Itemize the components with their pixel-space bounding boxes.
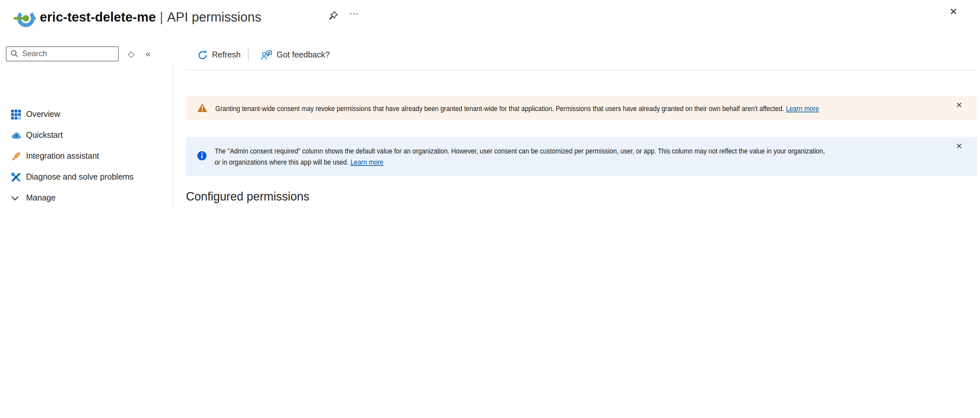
sidebar-item-diagnose[interactable]: Diagnose and solve problems [0, 166, 173, 187]
more-actions-icon[interactable]: … [349, 5, 360, 16]
api-permissions-blade: eric-test-delete-me|API permissions … ✕ … [0, 0, 980, 209]
api-permissions-app-icon [14, 7, 36, 29]
info-learn-more-link[interactable]: Learn more [350, 158, 383, 166]
sidebar-group-manage[interactable]: Manage [0, 187, 173, 208]
feedback-icon [261, 50, 272, 60]
pin-icon[interactable] [328, 10, 339, 21]
info-text: The "Admin consent required" column show… [215, 146, 825, 168]
overview-icon [11, 109, 21, 119]
search-icon [10, 49, 18, 57]
toolbar-rule [186, 70, 977, 70]
blade-close-icon[interactable]: ✕ [949, 6, 958, 18]
warning-learn-more-link[interactable]: Learn more [786, 104, 819, 112]
sidebar-item-quickstart[interactable]: Quickstart [0, 125, 173, 146]
info-banner: The "Admin consent required" column show… [186, 137, 977, 176]
warning-close-icon[interactable]: ✕ [956, 101, 963, 110]
menu-sort-icon[interactable]: ◇ [128, 49, 134, 59]
sidebar-search-row: ◇ « [0, 46, 173, 61]
app-name: eric-test-delete-me [40, 10, 156, 24]
feedback-button[interactable]: Got feedback? [261, 48, 330, 61]
toolbar-divider [248, 48, 248, 61]
warning-banner: Granting tenant-wide consent may revoke … [186, 96, 977, 120]
refresh-icon [198, 50, 207, 60]
warning-text: Granting tenant-wide consent may revoke … [215, 103, 819, 114]
sidebar-item-integration-assistant[interactable]: Integration assistant [0, 146, 173, 166]
refresh-button[interactable]: Refresh [198, 48, 241, 61]
diagnose-icon [11, 172, 21, 182]
refresh-label: Refresh [212, 50, 241, 59]
sidebar-nav: Overview Quickstart [0, 104, 173, 209]
page-title: eric-test-delete-me|API permissions [40, 10, 261, 25]
info-close-icon[interactable]: ✕ [956, 142, 963, 151]
sidebar-item-branding[interactable]: Branding & properties [0, 208, 173, 209]
chevron-down-icon [11, 195, 19, 201]
warning-icon [197, 103, 207, 115]
sidebar-item-overview[interactable]: Overview [0, 104, 173, 125]
integration-assistant-icon [11, 151, 21, 161]
configured-permissions-heading: Configured permissions [186, 190, 309, 204]
collapse-menu-icon[interactable]: « [145, 48, 151, 59]
search-input[interactable] [21, 48, 108, 59]
info-icon [197, 151, 207, 163]
sidebar: ◇ « Overview [0, 35, 173, 209]
feedback-label: Got feedback? [277, 50, 330, 59]
blade-name: API permissions [167, 10, 261, 24]
title-separator: | [156, 10, 167, 24]
quickstart-icon [11, 130, 21, 140]
search-box[interactable] [6, 46, 119, 61]
